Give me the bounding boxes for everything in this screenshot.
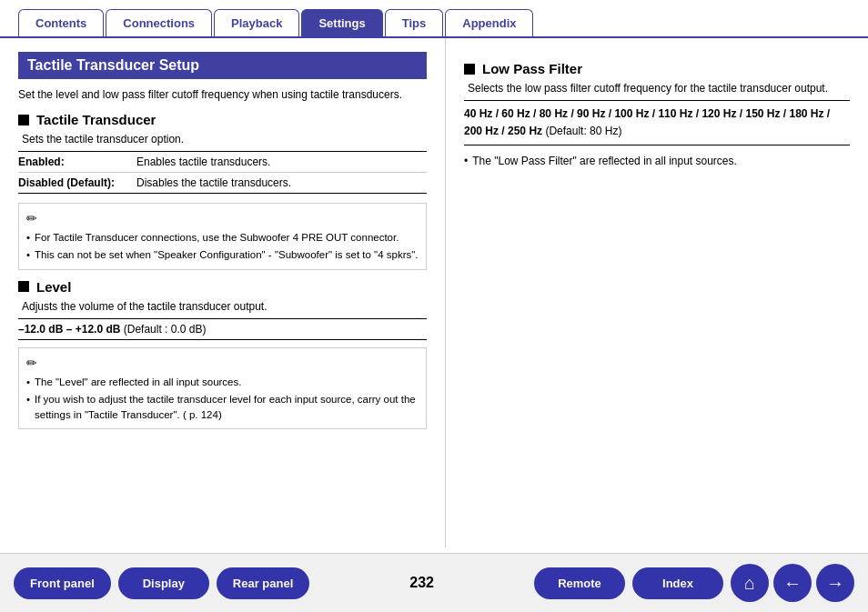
home-button[interactable]: ⌂ [731, 564, 769, 602]
tab-playback[interactable]: Playback [214, 9, 299, 36]
main-content: Tactile Transducer Setup Set the level a… [0, 38, 868, 547]
pencil-icon-level: ✏ [26, 354, 419, 373]
option-disabled-row: Disabled (Default): Disables the tactile… [18, 173, 427, 193]
lpf-range-bold: 40 Hz / 60 Hz / 80 Hz / 90 Hz / 100 Hz /… [464, 107, 830, 137]
rear-panel-button[interactable]: Rear panel [217, 567, 309, 599]
tab-settings[interactable]: Settings [301, 9, 382, 36]
nav-icon-buttons: ⌂ ← → [731, 564, 854, 602]
left-column: Tactile Transducer Setup Set the level a… [0, 38, 446, 547]
level-range: –12.0 dB – +12.0 dB (Default : 0.0 dB) [18, 318, 427, 340]
transducer-heading: Tactile Transducer [18, 112, 427, 127]
level-note-box: ✏ • The "Level" are reflected in all inp… [18, 347, 427, 430]
option-disabled-val: Disables the tactile transducers. [136, 176, 427, 189]
lpf-heading-square-icon [464, 64, 475, 75]
option-enabled-key: Enabled: [18, 156, 136, 168]
lpf-range: 40 Hz / 60 Hz / 80 Hz / 90 Hz / 100 Hz /… [464, 100, 850, 145]
right-column: Low Pass Filter Selects the low pass fil… [446, 38, 868, 547]
lpf-heading: Low Pass Filter [464, 61, 850, 76]
tab-connections[interactable]: Connections [106, 9, 212, 36]
tab-tips[interactable]: Tips [385, 9, 444, 36]
lpf-note: • The "Low Pass Filter" are reflected in… [464, 153, 850, 169]
display-button[interactable]: Display [118, 567, 209, 599]
bottom-right-controls: Remote Index ⌂ ← → [534, 564, 854, 602]
level-note-2: • If you wish to adjust the tactile tran… [26, 392, 419, 424]
heading-square-icon [18, 115, 29, 125]
lpf-range-normal: (Default: 80 Hz) [542, 125, 621, 137]
transducer-note-box: ✏ • For Tactile Transducer connections, … [18, 203, 427, 270]
level-heading-square-icon [18, 281, 29, 292]
option-enabled-val: Enables tactile transducers. [136, 156, 427, 168]
top-navigation: Contents Connections Playback Settings T… [0, 0, 868, 38]
level-sub-text: Adjusts the volume of the tactile transd… [18, 300, 427, 313]
level-range-normal: (Default : 0.0 dB) [120, 323, 206, 336]
section-title: Tactile Transducer Setup [18, 52, 427, 79]
transducer-sub-text: Sets the tactile transducer option. [18, 133, 427, 145]
transducer-note-1: • For Tactile Transducer connections, us… [26, 230, 419, 246]
front-panel-button[interactable]: Front panel [14, 567, 111, 599]
transducer-note-2: • This can not be set when "Speaker Conf… [26, 247, 419, 263]
forward-button[interactable]: → [816, 564, 854, 602]
level-heading: Level [18, 279, 427, 295]
level-range-bold: –12.0 dB – +12.0 dB [18, 323, 120, 336]
lpf-intro-text: Selects the low pass filter cutoff frequ… [464, 82, 850, 95]
section-intro-text: Set the level and low pass filter cutoff… [18, 86, 427, 103]
level-note-1: • The "Level" are reflected in all input… [26, 375, 419, 390]
tab-appendix[interactable]: Appendix [445, 9, 533, 36]
pencil-icon: ✏ [26, 209, 419, 228]
index-button[interactable]: Index [632, 567, 723, 599]
bottom-left-buttons: Front panel Display Rear panel [14, 567, 309, 599]
transducer-options-table: Enabled: Enables tactile transducers. Di… [18, 151, 427, 194]
bottom-navigation: Front panel Display Rear panel 232 Remot… [0, 553, 868, 612]
remote-button[interactable]: Remote [534, 567, 625, 599]
back-button[interactable]: ← [773, 564, 812, 602]
page-number: 232 [409, 575, 434, 591]
option-disabled-key: Disabled (Default): [18, 176, 136, 189]
option-enabled-row: Enabled: Enables tactile transducers. [18, 152, 427, 173]
tab-contents[interactable]: Contents [18, 9, 104, 36]
